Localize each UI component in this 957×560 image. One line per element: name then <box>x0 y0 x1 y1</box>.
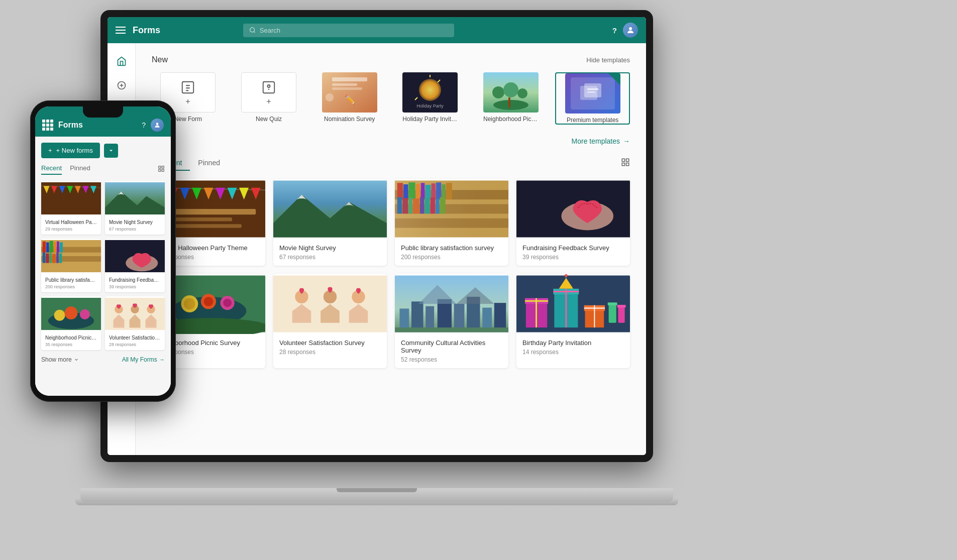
phone-form-card-movie[interactable]: Movie Night Survey 67 responses <box>105 181 165 235</box>
community-thumb-svg <box>395 274 508 334</box>
premium-thumb <box>565 73 620 114</box>
phone-avatar[interactable] <box>151 119 164 132</box>
svg-rect-134 <box>159 169 161 171</box>
form-card-fundraising[interactable]: Fundraising Feedback Survey 39 responses <box>516 179 630 266</box>
phone-new-forms-dropdown[interactable] <box>104 144 118 158</box>
phone-form-responses-library: 200 responses <box>45 284 97 289</box>
grid-view-button[interactable] <box>621 158 630 169</box>
svg-rect-41 <box>626 163 629 166</box>
svg-rect-19 <box>332 87 362 90</box>
more-templates-link[interactable]: More templates → <box>572 137 630 145</box>
form-info-movie: Movie Night Survey 67 responses <box>273 239 387 266</box>
more-templates-row: More templates → <box>152 137 630 146</box>
svg-point-0 <box>250 28 254 32</box>
form-card-birthday[interactable]: Birthday Party Invitation 14 responses <box>516 274 630 368</box>
form-card-volunteer[interactable]: Volunteer Satisfaction Survey 28 respons… <box>273 274 387 368</box>
svg-rect-158 <box>46 254 49 263</box>
phone-all-forms-link[interactable]: All My Forms → <box>122 356 165 363</box>
form-thumb-volunteer <box>273 274 387 334</box>
phone-form-card-volunteer[interactable]: Volunteer Satisfaction Sur... 28 respons… <box>105 296 165 350</box>
svg-rect-17 <box>332 77 367 81</box>
svg-point-169 <box>80 309 90 319</box>
phone-form-title-movie: Movie Night Survey <box>109 219 161 226</box>
phone-help-button[interactable]: ? <box>142 121 146 129</box>
tab-pinned[interactable]: Pinned <box>190 156 228 171</box>
form-card-movie[interactable]: Movie Night Survey 67 responses <box>273 179 387 266</box>
holiday-template-card[interactable]: Holiday Party Holiday Party Invitation <box>394 72 467 125</box>
laptop-header: Forms ? <box>108 17 646 43</box>
premium-template-card[interactable]: Premium templates <box>555 72 630 125</box>
hide-templates-button[interactable]: Hide templates <box>586 56 630 64</box>
phone-forms-grid: Virtual Halloween Party Th... 29 respons… <box>41 181 165 350</box>
phone-show-more-button[interactable]: Show more <box>41 356 79 363</box>
form-info-library: Public library satisfaction survey 200 r… <box>395 239 508 266</box>
laptop-search[interactable] <box>243 24 454 37</box>
nomination-template-card[interactable]: ✏️ Nomination Survey <box>313 72 386 125</box>
phone-form-info-halloween: Virtual Halloween Party Th... 29 respons… <box>41 216 101 235</box>
phone-new-forms-button[interactable]: + + New forms <box>41 143 100 158</box>
form-info-volunteer: Volunteer Satisfaction Survey 28 respons… <box>273 334 387 361</box>
phone-form-title-halloween: Virtual Halloween Party Th... <box>45 219 97 226</box>
picnic-template-card[interactable]: Neighborhood Picnic Survey <box>475 72 548 125</box>
phone-form-card-library[interactable]: Public library satisfaction ... 200 resp… <box>41 239 101 292</box>
phone-form-card-fundraising[interactable]: Fundraising Feedback Sur... 39 responses <box>105 239 165 292</box>
svg-line-1 <box>254 32 255 33</box>
phone-fundraising-svg <box>105 239 165 274</box>
phone-picnic-svg <box>41 296 101 331</box>
new-quiz-card[interactable]: New Quiz <box>233 72 305 125</box>
svg-point-168 <box>65 306 78 319</box>
grid-icon <box>621 158 630 167</box>
holiday-label: Holiday Party Invitation <box>402 116 458 123</box>
phone: Forms ? + + New forms <box>30 100 176 402</box>
laptop-screen: Forms ? <box>108 17 646 455</box>
phone-apps-icon[interactable] <box>42 120 53 131</box>
new-quiz-blank <box>241 72 296 113</box>
birthday-thumb-svg <box>516 274 630 334</box>
phone-form-title-library: Public library satisfaction ... <box>45 277 97 283</box>
form-thumb-fundraising <box>516 179 630 239</box>
phone-tab-pinned[interactable]: Pinned <box>70 164 90 175</box>
svg-rect-127 <box>617 305 626 308</box>
svg-rect-132 <box>159 166 161 168</box>
form-card-community[interactable]: Community Cultural Activities Survey 52 … <box>395 274 508 368</box>
new-quiz-plus-icon <box>265 98 272 105</box>
form-info-community: Community Cultural Activities Survey 52 … <box>395 334 508 368</box>
svg-rect-159 <box>49 253 52 263</box>
phone-form-info-fundraising: Fundraising Feedback Sur... 39 responses <box>105 274 165 292</box>
svg-rect-162 <box>59 254 62 263</box>
phone-form-thumb-halloween <box>41 181 101 216</box>
laptop-main[interactable]: New Hide templates <box>136 43 646 455</box>
laptop-content: New Hide templates <box>108 43 646 455</box>
svg-point-30 <box>492 86 504 98</box>
phone-content[interactable]: + + New forms Recent Pinn <box>35 137 171 396</box>
hamburger-icon[interactable] <box>116 27 126 34</box>
phone-form-card-picnic[interactable]: Neighborhood Picnic Sur... 35 responses <box>41 296 101 350</box>
form-card-library[interactable]: Public library satisfaction survey 200 r… <box>395 179 508 266</box>
fundraising-thumb-svg <box>516 179 630 239</box>
svg-rect-151 <box>43 242 46 253</box>
templates-row: New Form <box>152 72 630 125</box>
svg-text:✏️: ✏️ <box>344 94 356 105</box>
laptop: Forms ? <box>100 10 653 502</box>
avatar[interactable] <box>623 23 638 38</box>
svg-point-91 <box>204 297 214 306</box>
svg-rect-152 <box>46 243 49 253</box>
svg-rect-135 <box>162 169 164 171</box>
form-info-fundraising: Fundraising Feedback Survey 39 responses <box>516 239 630 266</box>
phone-form-responses-fundraising: 39 responses <box>109 284 161 289</box>
help-button[interactable]: ? <box>612 26 617 35</box>
sidebar-home-icon[interactable] <box>112 51 132 71</box>
laptop-frame: Forms ? <box>100 10 653 462</box>
phone-grid-toggle[interactable] <box>158 165 165 174</box>
picnic-template-thumb <box>483 72 539 113</box>
sidebar-add-icon[interactable] <box>112 75 132 95</box>
search-input[interactable] <box>260 27 448 34</box>
phone-frame: Forms ? + + New forms <box>30 100 176 402</box>
form-info-birthday: Birthday Party Invitation 14 responses <box>516 334 630 361</box>
svg-point-167 <box>54 310 65 321</box>
phone-form-title-fundraising: Fundraising Feedback Sur... <box>109 277 161 283</box>
phone-form-thumb-volunteer <box>105 296 165 331</box>
new-form-label: New Form <box>174 116 202 123</box>
phone-tab-recent[interactable]: Recent <box>41 164 62 175</box>
phone-form-card-halloween[interactable]: Virtual Halloween Party Th... 29 respons… <box>41 181 101 235</box>
